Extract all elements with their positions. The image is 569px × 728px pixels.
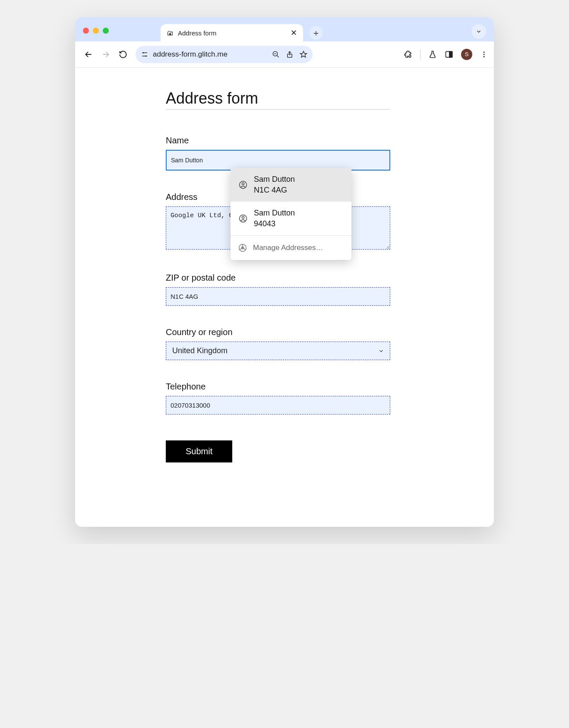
autofill-sub: 94043	[254, 219, 295, 228]
toolbar-separator	[420, 50, 420, 59]
field-telephone: Telephone	[166, 382, 390, 415]
autofill-sub: N1C 4AG	[254, 186, 295, 195]
window-controls	[83, 28, 109, 34]
zip-input[interactable]	[166, 287, 390, 306]
browser-tab[interactable]: Address form ✕	[161, 24, 303, 41]
forward-button[interactable]	[98, 47, 113, 62]
browser-window: Address form ✕ ＋ address-form.glitch.me	[75, 17, 494, 527]
chrome-icon	[238, 244, 247, 252]
new-tab-button[interactable]: ＋	[309, 26, 323, 40]
svg-point-19	[242, 216, 244, 218]
zoom-icon[interactable]	[272, 51, 280, 58]
tab-search-button[interactable]	[471, 24, 486, 39]
bookmark-star-icon[interactable]	[300, 51, 307, 58]
tab-close-icon[interactable]: ✕	[291, 29, 297, 37]
overflow-menu-icon[interactable]	[480, 51, 488, 58]
side-panel-icon[interactable]	[445, 50, 453, 59]
autofill-popup: Sam Dutton N1C 4AG Sam Dutton 94043	[231, 168, 351, 260]
tab-favicon-icon	[167, 29, 174, 36]
share-icon[interactable]	[286, 51, 294, 58]
svg-line-7	[277, 55, 279, 57]
back-button[interactable]	[81, 47, 96, 62]
labs-icon[interactable]	[428, 50, 437, 59]
autofill-suggestion[interactable]: Sam Dutton N1C 4AG	[231, 168, 351, 202]
person-icon	[238, 214, 248, 223]
extensions-icon[interactable]	[404, 50, 412, 59]
name-input[interactable]	[166, 150, 390, 171]
manage-addresses-link[interactable]: Manage Addresses…	[231, 235, 351, 260]
page-title: Address form	[166, 89, 390, 110]
telephone-label: Telephone	[166, 382, 390, 392]
profile-initial: S	[465, 51, 469, 57]
svg-point-17	[242, 183, 244, 185]
window-zoom-button[interactable]	[103, 28, 109, 34]
autofill-name: Sam Dutton	[254, 209, 295, 218]
telephone-input[interactable]	[166, 396, 390, 415]
svg-point-13	[484, 51, 485, 53]
manage-addresses-label: Manage Addresses…	[253, 244, 323, 252]
page-content: Address form Name Address ZIP or postal …	[75, 67, 494, 527]
window-close-button[interactable]	[83, 28, 89, 34]
tab-strip: Address form ✕ ＋	[75, 17, 494, 41]
submit-button[interactable]: Submit	[166, 440, 232, 462]
zip-label: ZIP or postal code	[166, 273, 390, 283]
svg-point-14	[484, 54, 485, 55]
svg-rect-12	[449, 51, 452, 57]
svg-line-23	[240, 249, 242, 250]
svg-marker-10	[300, 51, 307, 57]
field-zip: ZIP or postal code	[166, 273, 390, 306]
window-minimize-button[interactable]	[93, 28, 99, 34]
site-controls-icon[interactable]	[141, 51, 149, 58]
reload-button[interactable]	[116, 47, 130, 62]
person-icon	[238, 180, 248, 190]
field-name: Name	[166, 136, 390, 171]
field-country: Country or region United Kingdom	[166, 327, 390, 360]
address-bar[interactable]: address-form.glitch.me	[136, 46, 313, 63]
profile-avatar[interactable]: S	[461, 49, 472, 60]
country-label: Country or region	[166, 327, 390, 337]
autofill-suggestion[interactable]: Sam Dutton 94043	[231, 202, 351, 235]
name-label: Name	[166, 136, 390, 146]
url-text: address-form.glitch.me	[153, 50, 228, 59]
address-form: Address form Name Address ZIP or postal …	[166, 89, 390, 462]
tab-title: Address form	[178, 29, 216, 37]
svg-point-15	[484, 56, 485, 57]
autofill-name: Sam Dutton	[254, 175, 295, 184]
browser-toolbar: address-form.glitch.me	[75, 41, 494, 67]
country-select[interactable]: United Kingdom	[166, 342, 390, 360]
svg-line-24	[244, 249, 246, 250]
